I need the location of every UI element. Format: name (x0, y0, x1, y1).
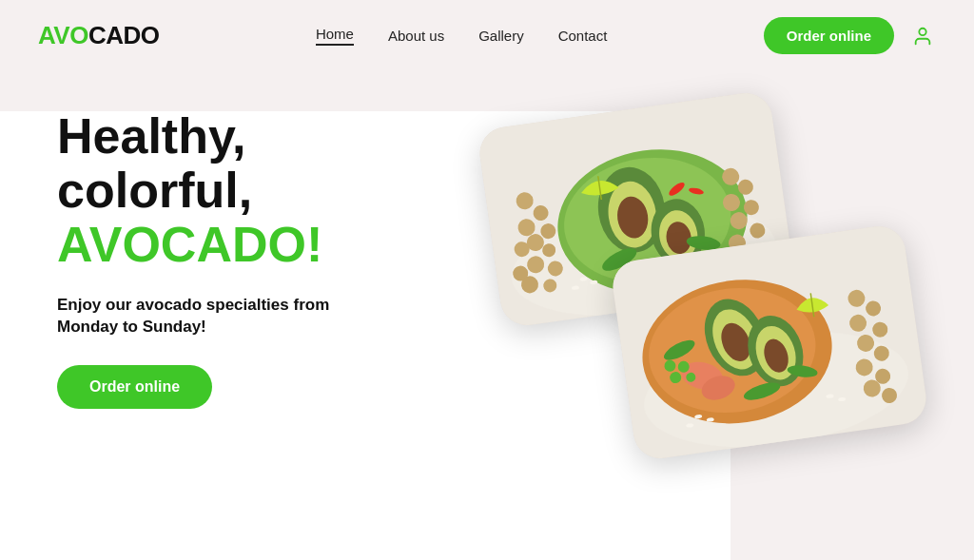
user-icon[interactable] (909, 23, 936, 49)
nav-gallery[interactable]: Gallery (478, 28, 524, 44)
main-nav: Home About us Gallery Contact (316, 26, 607, 46)
nav-home[interactable]: Home (316, 26, 354, 46)
header-right: Order online (764, 17, 936, 54)
hero-section: Healthy, colorful, AVOCADO! Enjoy our av… (0, 71, 974, 560)
order-online-button-hero[interactable]: Order online (57, 365, 212, 409)
nav-about[interactable]: About us (388, 28, 444, 44)
hero-content: Healthy, colorful, AVOCADO! Enjoy our av… (57, 109, 371, 409)
logo-part1: AVO (38, 21, 88, 49)
hero-subtitle: Enjoy our avocado specialties from Monda… (57, 294, 371, 339)
logo: AVOCADO (38, 21, 159, 50)
hero-title-line1: Healthy, (57, 109, 371, 164)
hero-title-line2: colorful, (57, 164, 371, 218)
nav-contact[interactable]: Contact (558, 28, 608, 44)
svg-point-0 (919, 28, 925, 34)
header: AVOCADO Home About us Gallery Contact Or… (0, 0, 974, 71)
hero-image-area (460, 71, 974, 560)
hero-title-brand: AVOCADO! (57, 218, 371, 272)
hero-title: Healthy, colorful, AVOCADO! (57, 109, 371, 273)
logo-part2: CADO (88, 21, 160, 49)
food-container-2 (610, 222, 929, 461)
order-online-button-header[interactable]: Order online (764, 17, 894, 54)
